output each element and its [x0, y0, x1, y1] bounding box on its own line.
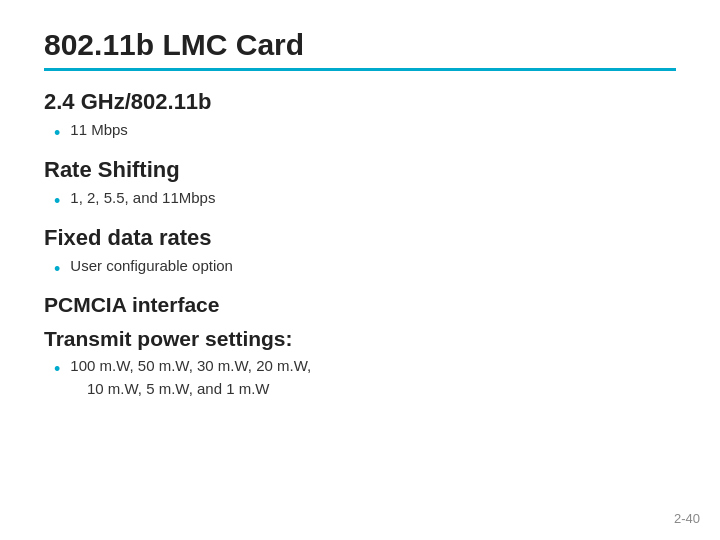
heading-freq: 2.4 GHz/802.11b — [44, 89, 676, 115]
heading-transmit: Transmit power settings: — [44, 327, 676, 351]
bullet-text-11mbps: 11 Mbps — [70, 119, 128, 142]
slide-number: 2-40 — [674, 511, 700, 526]
bullet-dot-2: • — [54, 188, 60, 215]
bullet-power: • 100 m.W, 50 m.W, 30 m.W, 20 m.W, 10 m.… — [54, 355, 676, 400]
bullet-text-power: 100 m.W, 50 m.W, 30 m.W, 20 m.W, 10 m.W,… — [70, 355, 311, 400]
title-divider — [44, 68, 676, 71]
slide-title: 802.11b LMC Card — [44, 28, 676, 62]
section-fixed-data: Fixed data rates • User configurable opt… — [44, 225, 676, 283]
section-transmit: Transmit power settings: • 100 m.W, 50 m… — [44, 327, 676, 400]
title-section: 802.11b LMC Card — [44, 28, 676, 71]
bullet-dot-3: • — [54, 256, 60, 283]
bullet-dot-4: • — [54, 356, 60, 383]
heading-fixed-data: Fixed data rates — [44, 225, 676, 251]
section-rate-shifting: Rate Shifting • 1, 2, 5.5, and 11Mbps — [44, 157, 676, 215]
bullet-user-config: • User configurable option — [54, 255, 676, 283]
heading-pcmcia: PCMCIA interface — [44, 293, 676, 317]
bullet-text-user-config: User configurable option — [70, 255, 233, 278]
section-freq: 2.4 GHz/802.11b • 11 Mbps — [44, 89, 676, 147]
slide-container: 802.11b LMC Card 2.4 GHz/802.11b • 11 Mb… — [0, 0, 720, 540]
section-pcmcia: PCMCIA interface — [44, 293, 676, 317]
bullet-text-rates: 1, 2, 5.5, and 11Mbps — [70, 187, 215, 210]
bullet-rates: • 1, 2, 5.5, and 11Mbps — [54, 187, 676, 215]
bullet-dot-1: • — [54, 120, 60, 147]
bullet-11mbps: • 11 Mbps — [54, 119, 676, 147]
heading-rate-shifting: Rate Shifting — [44, 157, 676, 183]
